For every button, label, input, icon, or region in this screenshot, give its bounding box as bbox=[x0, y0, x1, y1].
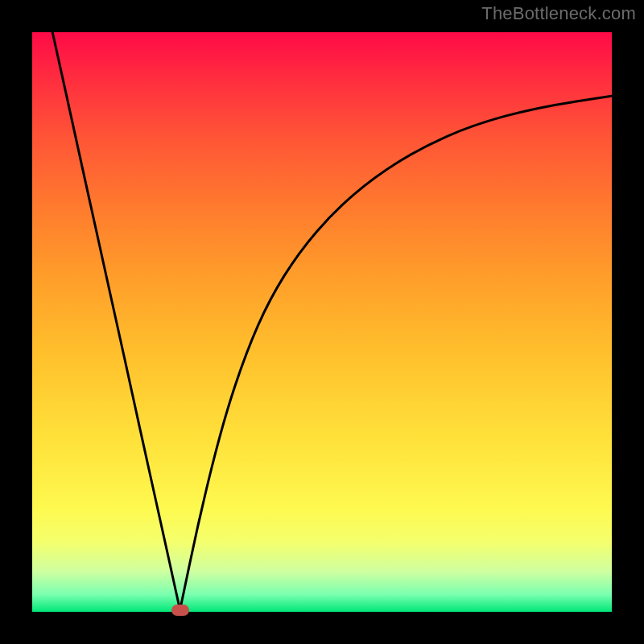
bottleneck-curve bbox=[32, 32, 612, 612]
minimum-marker bbox=[171, 605, 189, 616]
plot-area bbox=[32, 32, 612, 612]
curve-path bbox=[52, 32, 612, 610]
watermark-text: TheBottleneck.com bbox=[481, 3, 636, 24]
